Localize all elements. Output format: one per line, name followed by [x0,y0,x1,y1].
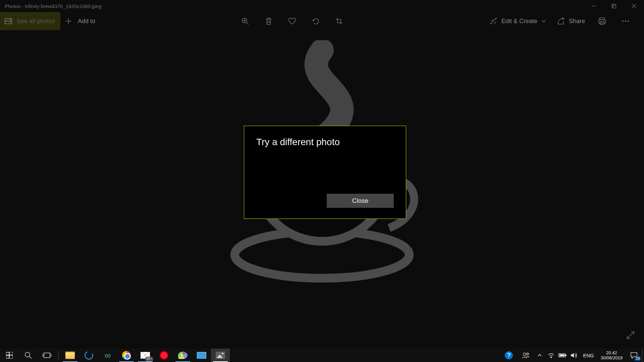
photos-icon [216,352,225,359]
close-button[interactable]: Close [327,194,394,208]
maximize-button[interactable] [604,0,624,12]
monitor-icon [197,352,206,359]
svg-point-21 [625,21,626,22]
share-icon [557,17,565,25]
share-label: Share [569,18,585,25]
more-icon [622,20,629,22]
svg-rect-2 [613,5,616,8]
taskbar-app-photos[interactable] [211,349,230,362]
svg-rect-43 [9,355,13,359]
delete-button[interactable] [257,12,280,30]
svg-rect-18 [599,20,605,23]
taskbar-app-settings[interactable] [192,349,211,362]
edit-create-icon [489,17,497,25]
tray-wifi[interactable] [545,349,557,362]
add-to-button[interactable]: Add to [60,12,101,30]
rotate-icon [312,17,319,25]
start-button[interactable] [0,349,19,362]
tray-people[interactable] [517,349,534,362]
trash-icon [265,17,272,25]
close-window-button[interactable] [624,0,644,12]
volume-icon [571,352,577,358]
svg-point-6 [10,19,11,20]
see-all-photos-label: See all photos [17,18,55,25]
tray-volume[interactable] [568,349,580,362]
svg-rect-46 [44,353,50,358]
taskbar-app-chrome[interactable] [117,349,136,362]
print-button[interactable] [590,12,614,30]
fullscreen-button[interactable] [624,328,637,342]
heart-icon [288,17,296,25]
search-button[interactable] [19,349,38,362]
tray-overflow[interactable] [534,349,545,362]
print-icon [598,17,606,25]
taskbar-app-infinity[interactable]: ∞ [98,349,117,362]
chevron-down-icon [541,19,546,23]
taskbar-app-edge[interactable] [79,349,98,362]
svg-rect-40 [6,352,9,355]
minimize-button[interactable] [584,0,604,12]
zoom-button[interactable] [233,12,257,30]
svg-rect-17 [600,18,604,20]
tray-action-center[interactable]: 19 [626,349,642,362]
plus-icon [65,18,72,24]
fullscreen-icon [626,331,635,340]
taskbar-app-mail[interactable]: 99+ [136,349,155,362]
svg-line-10 [246,22,249,24]
svg-marker-55 [571,353,574,358]
crop-icon [335,17,343,25]
opera-icon [160,351,168,360]
infinity-icon: ∞ [105,351,111,360]
crop-button[interactable] [327,12,351,30]
taskbar-app-opera[interactable] [155,349,173,362]
chrome-icon [122,351,131,360]
svg-rect-42 [6,356,9,358]
edge-icon [83,350,94,361]
paint-icon [178,352,187,359]
window-titlebar: Photos - Infinity brew4376_1920x1080.jpe… [0,0,644,12]
search-icon [24,352,32,359]
svg-point-50 [527,353,529,355]
taskbar: ∞ 99+ ? ENG 20.42 30/06/2019 19 [0,349,644,362]
dialog-heading: Try a different photo [256,137,394,147]
share-button[interactable]: Share [551,12,590,30]
file-explorer-icon [65,352,75,359]
edit-create-label: Edit & Create [501,18,537,25]
svg-point-20 [623,21,624,22]
tray-clock[interactable]: 20.42 30/06/2019 [597,350,626,360]
zoom-icon [241,17,249,25]
edit-create-button[interactable]: Edit & Create [484,12,551,30]
tray-time: 20.42 [601,350,623,355]
svg-line-45 [29,356,32,359]
taskbar-divider [58,351,59,359]
svg-rect-54 [559,354,565,356]
tray-battery[interactable] [557,349,568,362]
tray-language[interactable]: ENG [580,353,597,358]
battery-icon [558,353,567,358]
tray-help[interactable]: ? [500,349,517,362]
rotate-button[interactable] [304,12,327,30]
tray-date: 30/06/2019 [601,355,623,360]
action-center-badge: 19 [635,357,641,361]
svg-point-44 [25,352,30,357]
picture-icon [5,18,12,24]
wifi-icon [548,353,554,358]
favorite-button[interactable] [280,12,304,30]
show-desktop-button[interactable] [642,349,644,362]
svg-line-39 [627,332,634,339]
svg-point-51 [551,357,552,358]
task-view-button[interactable] [38,349,56,362]
svg-point-22 [628,21,629,22]
more-button[interactable] [614,12,637,30]
chevron-up-icon [537,354,542,357]
taskbar-app-file-explorer[interactable] [61,349,79,362]
task-view-icon [43,352,51,359]
help-icon: ? [505,351,513,359]
svg-point-49 [523,353,526,356]
mail-badge: 99+ [145,357,153,361]
people-icon [522,352,529,359]
window-title: Photos - Infinity brew4376_1920x1080.jpe… [0,3,102,9]
see-all-photos-button[interactable]: See all photos [0,12,60,30]
svg-rect-41 [9,352,13,355]
taskbar-app-paint[interactable] [173,349,192,362]
